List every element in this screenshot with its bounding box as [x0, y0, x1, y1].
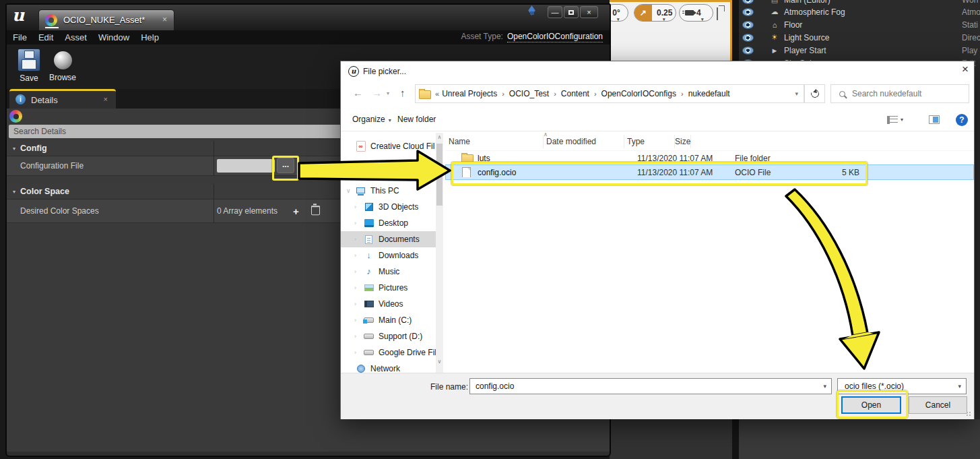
column-header[interactable]: Type — [624, 135, 675, 148]
visibility-eye-icon[interactable] — [742, 0, 754, 4]
forward-icon[interactable]: → — [372, 87, 382, 98]
sidebar-item[interactable]: Network — [341, 361, 443, 373]
cancel-button[interactable]: Cancel — [909, 396, 967, 414]
expand-chevron-icon[interactable]: › — [354, 252, 362, 259]
view-options-chevron-icon[interactable]: ▾ — [901, 117, 903, 123]
new-folder-button[interactable]: New folder — [397, 115, 436, 124]
breadcrumb-separator[interactable]: › — [681, 90, 684, 98]
preview-pane-icon[interactable] — [929, 115, 940, 124]
sidebar-item-label: Downloads — [379, 251, 418, 260]
close-dialog-icon[interactable]: × — [962, 63, 969, 76]
sidebar-item[interactable]: ∨ This PC — [341, 183, 443, 199]
back-icon[interactable]: ← — [353, 87, 363, 98]
sidebar-item[interactable]: › ♪ Music — [341, 264, 443, 280]
search-box[interactable]: Search nukedefault — [830, 84, 969, 103]
refresh-button[interactable] — [804, 84, 825, 103]
save-button[interactable]: Save — [12, 49, 46, 83]
maximize-icon — [568, 10, 574, 15]
visibility-eye-icon[interactable] — [742, 34, 754, 42]
list-view-icon[interactable] — [887, 116, 898, 124]
breadcrumb-segment[interactable]: OpenColorIOConfigs — [601, 89, 676, 98]
sidebar-item[interactable]: › Pictures — [341, 280, 443, 296]
expand-chevron-icon[interactable]: › — [354, 349, 362, 356]
menu-item[interactable]: Help — [141, 32, 159, 42]
details-tab[interactable]: i Details × — [9, 89, 116, 109]
outliner-row[interactable]: ⌂ Floor Stati — [739, 18, 980, 31]
expand-chevron-icon[interactable]: › — [354, 317, 362, 324]
breadcrumb[interactable]: « Unreal Projects › OCIO_Test › Content — [415, 84, 804, 103]
column-header[interactable]: Date modified — [544, 135, 624, 148]
expand-chevron-icon[interactable]: › — [354, 204, 362, 210]
breadcrumb-dropdown-icon[interactable]: ▾ — [795, 90, 798, 97]
sidebar-scrollbar[interactable]: ∧ ∨ — [436, 133, 443, 373]
breadcrumb-segment[interactable]: nukedefault — [688, 89, 730, 98]
property-label: Configuration File — [20, 161, 84, 171]
help-icon[interactable]: ? — [956, 114, 968, 126]
title-bar[interactable]: u OCIO_NUKE_Asset* × — × — [7, 5, 610, 30]
close-tab-icon[interactable]: × — [104, 95, 108, 103]
breadcrumb-segment[interactable]: Content — [561, 89, 589, 98]
sidebar-item[interactable]: ∞ Creative Cloud Fil — [341, 138, 443, 154]
sidebar-item[interactable]: › Support (D:) — [341, 328, 443, 344]
sidebar-item[interactable]: › Documents — [341, 231, 443, 247]
asset-editor-tab[interactable]: OCIO_NUKE_Asset* × — [38, 9, 174, 30]
scrollbar-thumb[interactable] — [436, 144, 443, 206]
expand-chevron-icon[interactable]: › — [354, 220, 362, 226]
expand-chevron-icon[interactable]: › — [354, 268, 362, 275]
menu-item[interactable]: Window — [98, 32, 129, 42]
sidebar-item-label: Support (D:) — [379, 332, 422, 341]
configuration-file-input[interactable] — [217, 159, 275, 173]
asset-type-value[interactable]: OpenColorIOConfiguration — [507, 32, 603, 42]
resize-grip[interactable] — [967, 412, 972, 417]
breadcrumb-separator[interactable]: › — [594, 90, 597, 98]
scale-snap-button[interactable]: ↗ 0.25 ▾ — [634, 4, 676, 22]
sidebar-item-label: 3D Objects — [379, 202, 418, 212]
close-window-button[interactable]: × — [580, 6, 598, 18]
sidebar-item[interactable]: › Desktop — [341, 215, 443, 231]
menu-item[interactable]: File — [13, 32, 27, 42]
sidebar-item[interactable]: › ↓ Downloads — [341, 247, 443, 264]
organize-menu[interactable]: Organize▾ — [352, 115, 391, 124]
sidebar-item[interactable]: › Main (C:) — [341, 312, 443, 328]
column-divider[interactable] — [214, 141, 214, 176]
menu-item[interactable]: Asset — [65, 32, 87, 42]
column-divider[interactable] — [214, 184, 214, 222]
column-header[interactable]: Name — [446, 135, 544, 148]
up-icon[interactable]: ↑ — [400, 87, 405, 98]
minimize-button[interactable]: — — [548, 6, 562, 18]
expand-chevron-icon[interactable]: › — [354, 333, 362, 340]
browse-button[interactable]: Browse — [46, 49, 79, 82]
sidebar-item[interactable]: › 3D Objects — [341, 199, 443, 215]
camera-speed-button[interactable]: 4 ▾ — [679, 4, 713, 22]
visibility-eye-icon[interactable] — [742, 47, 754, 55]
scroll-up-icon[interactable]: ∧ — [436, 134, 443, 140]
outliner-row[interactable]: ► Player Start Play — [739, 44, 980, 57]
breadcrumb-separator[interactable]: › — [554, 90, 556, 98]
breadcrumb-overflow-chevron[interactable]: « — [435, 90, 439, 98]
history-chevron-icon[interactable]: ▾ — [387, 90, 389, 96]
scroll-down-icon[interactable]: ∨ — [436, 359, 443, 365]
column-header[interactable]: Size — [675, 135, 691, 148]
expand-chevron-icon[interactable]: › — [354, 284, 362, 291]
outliner-row[interactable]: ☀ Light Source Direc — [739, 31, 980, 44]
sidebar-item[interactable]: › Google Drive File — [341, 344, 443, 361]
visibility-eye-icon[interactable] — [742, 8, 754, 16]
close-tab-icon[interactable]: × — [162, 15, 167, 24]
menu-item[interactable]: Edit — [38, 32, 53, 42]
visibility-eye-icon[interactable] — [742, 21, 754, 29]
expand-chevron-icon[interactable]: › — [354, 301, 362, 307]
clear-array-trash-icon[interactable] — [311, 206, 320, 215]
breadcrumb-segment[interactable]: Unreal Projects — [442, 89, 497, 98]
maximize-button[interactable] — [564, 6, 579, 18]
file-name-input[interactable]: config.ocio ▾ — [469, 378, 832, 394]
maximize-viewport-icon[interactable] — [717, 8, 718, 20]
graduation-cap-icon[interactable] — [527, 7, 537, 16]
sidebar-item[interactable]: › Videos — [341, 296, 443, 312]
expand-chevron-icon[interactable]: ∨ — [346, 187, 354, 194]
sidebar-item-label: Pictures — [379, 283, 407, 293]
add-element-icon[interactable]: + — [293, 206, 299, 217]
outliner-row[interactable]: ☁ Atmospheric Fog Atmo — [739, 5, 980, 18]
expand-chevron-icon[interactable]: › — [354, 236, 362, 243]
breadcrumb-separator[interactable]: › — [502, 90, 504, 98]
breadcrumb-segment[interactable]: OCIO_Test — [509, 89, 549, 98]
